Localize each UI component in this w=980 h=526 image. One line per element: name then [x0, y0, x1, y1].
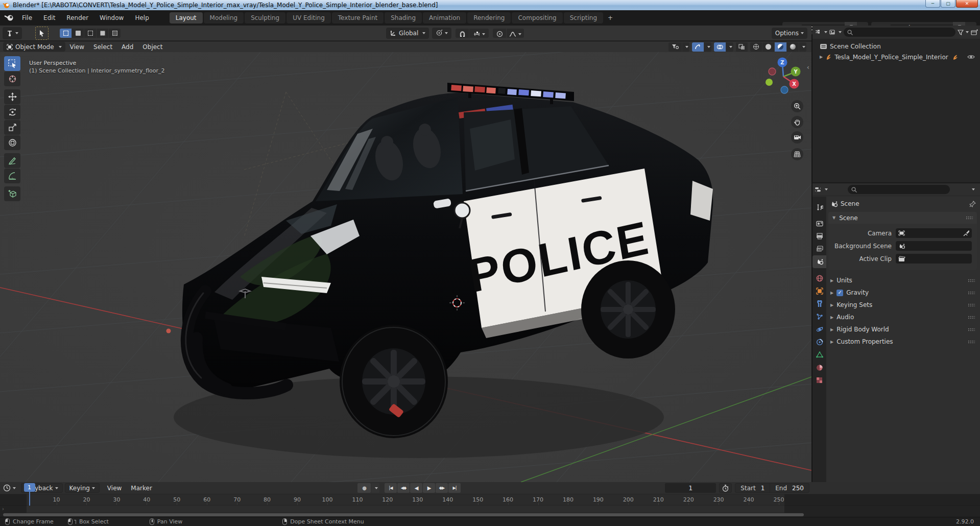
- transform-tool[interactable]: [4, 135, 20, 150]
- title-bar[interactable]: Blender* [E:\RABOTA\CONVERT\Tesla_Model_…: [0, 0, 980, 10]
- workspace-tab-modeling[interactable]: Modeling: [204, 12, 244, 23]
- tab-tool[interactable]: [812, 201, 826, 213]
- close-button[interactable]: ✕: [956, 0, 978, 8]
- camera-field[interactable]: [896, 228, 972, 238]
- object-visibility-dropdown[interactable]: [668, 42, 682, 52]
- panel-gravity[interactable]: ▶ ✓ Gravity: [826, 286, 980, 299]
- panel-units[interactable]: ▶Units: [826, 274, 980, 286]
- select-mode-invert-button[interactable]: [97, 29, 108, 38]
- workspace-tab-layout[interactable]: Layout: [170, 12, 203, 23]
- minimize-button[interactable]: ─: [925, 0, 940, 8]
- scene-section-header[interactable]: ▼ Scene: [828, 212, 977, 224]
- keying-dropdown[interactable]: Keying: [65, 483, 100, 493]
- pivot-point-dropdown[interactable]: [432, 28, 451, 39]
- transform-orientation-dropdown[interactable]: Global: [386, 28, 429, 39]
- pan-view-button[interactable]: [791, 116, 803, 128]
- menu-help[interactable]: Help: [129, 10, 154, 26]
- play-button[interactable]: ▶: [423, 483, 435, 493]
- object-label[interactable]: Tesla_Model_Y_Police_Simple_Interior: [834, 54, 948, 61]
- workspace-tab-scripting[interactable]: Scripting: [564, 12, 603, 23]
- pin-icon[interactable]: [969, 201, 976, 207]
- zoom-view-button[interactable]: [791, 100, 803, 112]
- frame-start-field[interactable]: Start1: [735, 484, 770, 492]
- jump-to-end-button[interactable]: ▶|: [448, 483, 461, 493]
- show-gizmo-toggle[interactable]: [692, 42, 704, 52]
- camera-view-button[interactable]: [791, 131, 803, 144]
- current-frame-field[interactable]: 1: [665, 483, 716, 493]
- panel-keying-sets[interactable]: ▶Keying Sets: [826, 299, 980, 311]
- tab-scene[interactable]: [812, 255, 826, 268]
- gravity-checkbox[interactable]: ✓: [836, 290, 843, 296]
- properties-options-dropdown[interactable]: [972, 188, 975, 190]
- menu-render[interactable]: Render: [61, 10, 94, 26]
- shading-wireframe-button[interactable]: [750, 42, 762, 52]
- navigation-gizmo[interactable]: Z Y X: [763, 56, 804, 97]
- shading-solid-button[interactable]: [762, 42, 774, 52]
- panel-rigid-body-world[interactable]: ▶Rigid Body World: [826, 323, 980, 336]
- play-reverse-button[interactable]: ◀: [410, 483, 422, 493]
- rotate-tool[interactable]: [4, 105, 20, 119]
- panel-custom-properties[interactable]: ▶Custom Properties: [826, 336, 980, 348]
- tab-modifiers[interactable]: [812, 297, 826, 310]
- viewport-scene[interactable]: POLICE: [0, 52, 811, 482]
- select-mode-intersect-button[interactable]: [109, 29, 121, 38]
- tab-particles[interactable]: [812, 310, 826, 323]
- workspace-tab-compositing[interactable]: Compositing: [512, 12, 562, 23]
- show-overlays-toggle[interactable]: [714, 42, 726, 52]
- menu-window[interactable]: Window: [94, 10, 129, 26]
- auto-keying-options-dropdown[interactable]: [371, 483, 379, 493]
- tab-object[interactable]: [812, 284, 826, 297]
- tab-physics[interactable]: [812, 323, 826, 336]
- auto-keying-toggle[interactable]: ●: [357, 483, 371, 493]
- select-mode-extend-button[interactable]: [72, 29, 84, 38]
- background-scene-field[interactable]: [896, 241, 972, 251]
- panel-audio[interactable]: ▶Audio: [826, 311, 980, 323]
- expand-arrow-icon[interactable]: ▶: [820, 55, 823, 59]
- frame-end-field[interactable]: End250: [770, 484, 809, 492]
- shading-options-dropdown[interactable]: [799, 42, 806, 52]
- tab-object-data[interactable]: [812, 348, 826, 361]
- timeline-editor-type-dropdown[interactable]: [3, 484, 16, 492]
- workspace-tab-animation[interactable]: Animation: [423, 12, 466, 23]
- blender-menu-icon[interactable]: [4, 14, 14, 21]
- playhead[interactable]: 1: [24, 483, 35, 492]
- workspace-tab-shading[interactable]: Shading: [385, 12, 422, 23]
- properties-editor-type-dropdown[interactable]: [815, 186, 828, 193]
- mode-dropdown[interactable]: Object Mode: [3, 42, 65, 52]
- object-menu[interactable]: Object: [138, 43, 167, 51]
- timeline-scrollbar[interactable]: [0, 513, 980, 517]
- drag-dots-icon[interactable]: [966, 216, 973, 220]
- properties-search-input[interactable]: [848, 185, 950, 194]
- outliner-row-object[interactable]: ▶ Tesla_Model_Y_Police_Simple_Interior: [812, 52, 980, 62]
- outliner-row-scene-collection[interactable]: Scene Collection: [812, 41, 980, 52]
- shading-rendered-button[interactable]: [787, 42, 799, 52]
- viewport-3d[interactable]: POLICE: [0, 52, 811, 482]
- outliner-search-input[interactable]: [844, 28, 955, 37]
- menu-file[interactable]: File: [16, 10, 38, 26]
- options-dropdown[interactable]: Options: [772, 28, 807, 39]
- tab-constraints[interactable]: [812, 336, 826, 348]
- outliner-filter-id-dropdown[interactable]: [829, 29, 842, 35]
- active-tool-selector[interactable]: [3, 27, 22, 39]
- visibility-options-dropdown[interactable]: [682, 42, 689, 52]
- select-mode-set-button[interactable]: [60, 29, 71, 38]
- view-menu[interactable]: View: [65, 43, 89, 51]
- sidebar-collapse-arrow[interactable]: ‹: [807, 63, 809, 71]
- scale-tool[interactable]: [4, 120, 20, 135]
- axis-neg-x-ball[interactable]: [769, 68, 776, 75]
- move-tool[interactable]: [4, 89, 20, 104]
- snap-toggle-button[interactable]: [456, 29, 469, 38]
- proportional-editing-toggle[interactable]: [493, 29, 506, 38]
- add-workspace-button[interactable]: +: [604, 12, 616, 23]
- gizmo-options-dropdown[interactable]: [704, 42, 711, 52]
- active-clip-field[interactable]: [896, 254, 972, 264]
- menu-edit[interactable]: Edit: [38, 10, 61, 26]
- tab-material[interactable]: [812, 361, 826, 374]
- cursor-tool[interactable]: [4, 71, 20, 86]
- scrollbar-handle[interactable]: [3, 513, 804, 516]
- workspace-tab-uv-editing[interactable]: UV Editing: [286, 12, 331, 23]
- scene-collection-label[interactable]: Scene Collection: [830, 43, 881, 50]
- timeline-marker-menu[interactable]: Marker: [126, 485, 156, 492]
- tab-texture[interactable]: [812, 374, 826, 387]
- axis-neg-y-ball[interactable]: [766, 79, 773, 86]
